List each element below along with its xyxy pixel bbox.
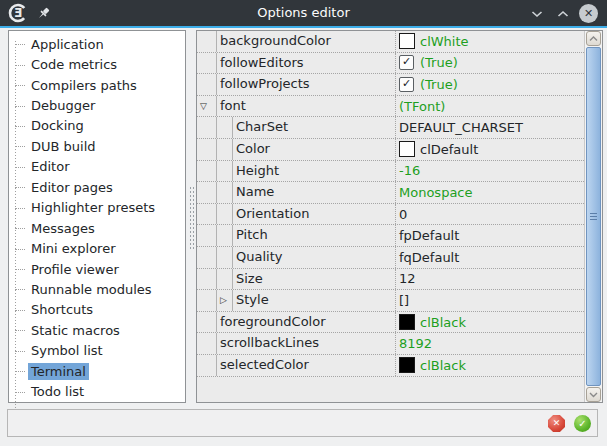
sidebar-item-label[interactable]: Compilers paths xyxy=(28,77,140,94)
sidebar-item-editor[interactable]: Editor xyxy=(9,157,185,177)
property-value[interactable]: 8192 xyxy=(395,333,584,354)
sidebar-item-debugger[interactable]: Debugger xyxy=(9,95,185,115)
property-name[interactable]: selectedColor xyxy=(216,355,395,376)
property-name[interactable]: Size xyxy=(216,269,395,290)
color-swatch xyxy=(399,314,415,330)
property-row: CharSetDEFAULT_CHARSET xyxy=(197,117,584,139)
sidebar-item-label[interactable]: Static macros xyxy=(28,322,123,339)
checkbox-checked[interactable]: ✓ xyxy=(399,55,414,70)
property-rows: backgroundColorclWhitefollowEditors✓(Tru… xyxy=(197,31,584,402)
options-editor-window: Ǝ Options editor ✕ ApplicationCode metri… xyxy=(0,0,607,446)
property-row: Size12 xyxy=(197,269,584,291)
expand-arrow-icon[interactable]: ▷ xyxy=(220,292,227,308)
accept-button[interactable]: ✓ xyxy=(574,415,591,432)
close-button[interactable]: ✕ xyxy=(579,4,598,23)
checkbox-checked[interactable]: ✓ xyxy=(399,77,414,92)
sidebar-item-label[interactable]: Highlighter presets xyxy=(28,199,158,216)
property-name[interactable]: Height xyxy=(216,161,395,182)
row-gutter xyxy=(197,182,216,203)
property-value[interactable]: 12 xyxy=(395,269,584,290)
sidebar-item-docking[interactable]: Docking xyxy=(9,116,185,136)
sidebar-item-symbol-list[interactable]: Symbol list xyxy=(9,341,185,361)
row-gutter xyxy=(197,117,216,138)
property-name[interactable]: backgroundColor xyxy=(216,31,395,52)
property-value[interactable]: clBlack xyxy=(395,312,584,333)
property-name[interactable]: followProjects xyxy=(216,74,395,95)
sidebar-item-mini-explorer[interactable]: Mini explorer xyxy=(9,238,185,258)
property-name-label: selectedColor xyxy=(220,357,309,372)
sidebar-item-shortcuts[interactable]: Shortcuts xyxy=(9,300,185,320)
sidebar-item-label[interactable]: Terminal xyxy=(28,363,89,380)
property-row: QualityfqDefault xyxy=(197,247,584,269)
sidebar-item-label[interactable]: Shortcuts xyxy=(28,301,96,318)
sidebar-item-label[interactable]: Symbol list xyxy=(28,342,106,359)
property-name[interactable]: ▷Style xyxy=(216,290,395,311)
sidebar-item-label[interactable]: Code metrics xyxy=(28,56,120,73)
property-name[interactable]: Orientation xyxy=(216,204,395,225)
sidebar-item-dub-build[interactable]: DUB build xyxy=(9,136,185,156)
scroll-down-button[interactable] xyxy=(586,387,601,402)
sidebar-item-runnable-modules[interactable]: Runnable modules xyxy=(9,279,185,299)
sidebar-item-label[interactable]: Application xyxy=(28,36,107,53)
sidebar-item-application[interactable]: Application xyxy=(9,34,185,54)
minimize-button[interactable] xyxy=(531,6,547,20)
sidebar-item-label[interactable]: Profile viewer xyxy=(28,261,122,278)
scrollbar-thumb[interactable] xyxy=(586,47,601,386)
scroll-up-button[interactable] xyxy=(586,31,601,46)
property-name[interactable]: foregroundColor xyxy=(216,312,395,333)
sidebar-item-terminal[interactable]: Terminal xyxy=(9,361,185,381)
property-value[interactable]: clDefault xyxy=(395,139,584,160)
row-gutter xyxy=(197,139,216,160)
sidebar-item-label[interactable]: Editor pages xyxy=(28,179,116,196)
cancel-button[interactable]: ✕ xyxy=(548,415,565,432)
property-name[interactable]: followEditors xyxy=(216,53,395,74)
sidebar-item-label[interactable]: Mini explorer xyxy=(28,240,119,257)
property-value[interactable]: Monospace xyxy=(395,182,584,203)
sidebar-item-highlighter-presets[interactable]: Highlighter presets xyxy=(9,198,185,218)
property-value[interactable]: clWhite xyxy=(395,31,584,52)
vertical-scrollbar[interactable] xyxy=(584,31,602,402)
row-gutter xyxy=(197,53,216,74)
collapse-arrow-icon[interactable]: ▽ xyxy=(200,98,207,114)
sidebar-item-label[interactable]: Docking xyxy=(28,117,87,134)
sidebar-item-label[interactable]: Debugger xyxy=(28,97,98,114)
sidebar-item-code-metrics[interactable]: Code metrics xyxy=(9,54,185,74)
sidebar-item-label[interactable]: Editor xyxy=(28,158,72,175)
property-name[interactable]: Pitch xyxy=(216,225,395,246)
property-name[interactable]: scrollbackLines xyxy=(216,333,395,354)
row-gutter xyxy=(197,31,216,52)
property-value-text: 8192 xyxy=(399,336,432,351)
sidebar-item-label[interactable]: Messages xyxy=(28,220,98,237)
sidebar-item-label[interactable]: Todo list xyxy=(28,383,87,400)
sidebar-item-profile-viewer[interactable]: Profile viewer xyxy=(9,259,185,279)
property-row: ▽font(TFont) xyxy=(197,96,584,118)
property-value[interactable]: [] xyxy=(395,290,584,311)
property-name[interactable]: Name xyxy=(216,182,395,203)
property-value[interactable]: -16 xyxy=(395,161,584,182)
sidebar-item-label[interactable]: DUB build xyxy=(28,138,99,155)
property-value[interactable]: ✓(True) xyxy=(395,53,584,74)
row-gutter: ▽ xyxy=(197,96,216,117)
sidebar-item-todo-list[interactable]: Todo list xyxy=(9,381,185,401)
property-name[interactable]: font xyxy=(216,96,395,117)
property-row: backgroundColorclWhite xyxy=(197,31,584,53)
property-value[interactable]: 0 xyxy=(395,204,584,225)
property-value[interactable]: (TFont) xyxy=(395,96,584,117)
sidebar-item-editor-pages[interactable]: Editor pages xyxy=(9,177,185,197)
property-value-text: -16 xyxy=(399,163,420,178)
sidebar-item-label[interactable]: Runnable modules xyxy=(28,281,155,298)
sidebar-item-compilers-paths[interactable]: Compilers paths xyxy=(9,75,185,95)
property-name[interactable]: CharSet xyxy=(216,117,395,138)
sidebar-item-static-macros[interactable]: Static macros xyxy=(9,320,185,340)
property-value[interactable]: fqDefault xyxy=(395,247,584,268)
sidebar-item-messages[interactable]: Messages xyxy=(9,218,185,238)
property-value[interactable]: DEFAULT_CHARSET xyxy=(395,117,584,138)
property-value-text: (True) xyxy=(420,55,458,70)
property-value[interactable]: clBlack xyxy=(395,355,584,376)
maximize-button[interactable] xyxy=(557,6,573,20)
property-name[interactable]: Color xyxy=(216,139,395,160)
property-value[interactable]: fpDefault xyxy=(395,225,584,246)
property-value[interactable]: ✓(True) xyxy=(395,74,584,95)
splitter-handle[interactable] xyxy=(189,186,196,250)
property-name[interactable]: Quality xyxy=(216,247,395,268)
